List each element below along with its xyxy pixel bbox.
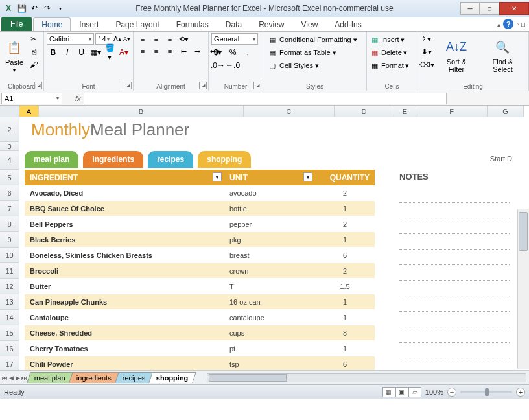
zoom-in-button[interactable]: +	[516, 388, 525, 397]
format-cell-button[interactable]: ▦Format ▾	[370, 59, 414, 72]
currency-icon[interactable]: $▾	[211, 46, 224, 59]
horizontal-scrollbar[interactable]	[207, 373, 527, 382]
align-right-icon[interactable]: ≡	[163, 45, 176, 57]
cell-unit[interactable]: T	[224, 283, 315, 290]
cell-styles-button[interactable]: ▢Cell Styles ▾	[266, 59, 364, 72]
table-row[interactable]: Avocado, Dicedavocado2	[25, 185, 375, 201]
fill-color-icon[interactable]: 🪣▾	[103, 46, 116, 59]
view-layout-icon[interactable]: ▣	[395, 387, 408, 397]
formulas-tab[interactable]: Formulas	[168, 18, 217, 31]
row-5[interactable]: 5	[0, 170, 19, 185]
col-F[interactable]: F	[416, 106, 488, 117]
cell-unit[interactable]: cantaloupe	[224, 314, 315, 321]
row-10[interactable]: 10	[0, 248, 19, 263]
format-painter-icon[interactable]: 🖌	[27, 59, 40, 71]
maximize-button[interactable]: □	[480, 2, 499, 15]
number-format-combo[interactable]: General▾	[211, 33, 258, 45]
col-A[interactable]: A	[19, 106, 39, 117]
cell-ingredient[interactable]: Broccoli	[25, 267, 224, 275]
row-8[interactable]: 8	[0, 216, 19, 232]
table-row[interactable]: Black Berriespkg1	[25, 232, 375, 248]
number-launcher[interactable]: ◢	[253, 82, 261, 89]
align-left-icon[interactable]: ≡	[136, 45, 149, 57]
save-icon[interactable]: 💾	[16, 3, 27, 14]
cell-ingredient[interactable]: Butter	[25, 283, 224, 290]
pill-ingredients[interactable]: ingredients	[83, 151, 143, 168]
cell-ingredient[interactable]: BBQ Sauce Of Choice	[25, 205, 224, 213]
pill-recipes[interactable]: recipes	[148, 151, 193, 168]
table-row[interactable]: Can Pineapple Chunks16 oz can1	[25, 294, 375, 310]
table-row[interactable]: Cantaloupecantaloupe1	[25, 310, 375, 325]
row-16[interactable]: 16	[0, 341, 19, 356]
border-icon[interactable]: ▦▾	[89, 46, 102, 59]
redo-icon[interactable]: ↷	[41, 3, 53, 14]
table-row[interactable]: Broccolicrown2	[25, 263, 375, 279]
zoom-out-button[interactable]: −	[447, 388, 456, 397]
name-box[interactable]: A1▾	[1, 93, 62, 104]
align-middle-icon[interactable]: ≡	[150, 33, 163, 45]
table-row[interactable]: Cherry Tomatoespt1	[25, 341, 375, 356]
cell-ingredient[interactable]: Cherry Tomatoes	[25, 345, 224, 353]
cell-ingredient[interactable]: Black Berries	[25, 236, 224, 244]
cell-ingredient[interactable]: Bell Peppers	[25, 220, 224, 228]
find-select-button[interactable]: 🔍 Find & Select	[480, 33, 526, 78]
sheet-tab-rec[interactable]: recipes	[115, 372, 153, 383]
cell-ingredient[interactable]: Cheese, Shredded	[25, 329, 224, 337]
vscroll-thumb[interactable]	[519, 212, 528, 251]
cell-unit[interactable]: pepper	[224, 220, 315, 228]
ribbon-opts2-icon[interactable]: □	[521, 21, 525, 28]
vertical-scrollbar[interactable]	[517, 209, 529, 369]
help-icon[interactable]: ?	[503, 19, 513, 29]
select-all-corner[interactable]	[0, 106, 19, 117]
table-row[interactable]: BBQ Sauce Of Choicebottle1	[25, 201, 375, 216]
file-tab[interactable]: File	[1, 17, 32, 31]
percent-icon[interactable]: %	[226, 46, 239, 59]
zoom-slider[interactable]	[460, 391, 512, 393]
cell-quantity[interactable]: 2	[315, 267, 375, 275]
cell-quantity[interactable]: 1	[315, 314, 375, 321]
autosum-icon[interactable]: Σ▾	[420, 33, 433, 45]
sheet-tab-shop[interactable]: shopping	[148, 372, 196, 383]
cell-ingredient[interactable]: Avocado, Diced	[25, 189, 224, 197]
cell-ingredient[interactable]: Can Pineapple Chunks	[25, 298, 224, 306]
alignment-launcher[interactable]: ◢	[199, 82, 207, 89]
row-9[interactable]: 9	[0, 232, 19, 248]
row-11[interactable]: 11	[0, 263, 19, 279]
cut-icon[interactable]: ✂	[27, 33, 40, 45]
orientation-icon[interactable]: ⟲▾	[177, 33, 190, 45]
pill-shopping[interactable]: shopping	[198, 151, 251, 168]
filter-icon[interactable]: ▾	[303, 172, 312, 181]
cell-unit[interactable]: crown	[224, 267, 315, 275]
cell-quantity[interactable]: 1	[315, 345, 375, 353]
col-C[interactable]: C	[244, 106, 335, 117]
cell-unit[interactable]: tsp	[224, 360, 315, 368]
cell-ingredient[interactable]: Chili Powder	[25, 360, 224, 368]
clear-icon[interactable]: ⌫▾	[420, 59, 433, 71]
review-tab[interactable]: Review	[250, 18, 292, 31]
sheet-content[interactable]: Monthly Meal Planner meal plan ingredien…	[19, 117, 512, 384]
minimize-ribbon-icon[interactable]: ▴	[497, 21, 500, 28]
table-row[interactable]: Boneless, Skinless Chicken Breastsbreast…	[25, 248, 375, 263]
shrink-font-icon[interactable]: A▾	[123, 36, 130, 42]
row-6[interactable]: 6	[0, 185, 19, 201]
fill-icon[interactable]: ⬇▾	[420, 46, 433, 58]
cell-quantity[interactable]: 2	[315, 220, 375, 228]
addins-tab[interactable]: Add-Ins	[326, 18, 370, 31]
cell-quantity[interactable]: 6	[315, 251, 375, 259]
pill-meal-plan[interactable]: meal plan	[25, 151, 78, 168]
align-bottom-icon[interactable]: ≡	[163, 33, 176, 45]
sheet-nav-arrows[interactable]: ⏮◀▶⏭	[1, 375, 27, 381]
delete-cell-button[interactable]: ▦Delete ▾	[370, 46, 414, 59]
home-tab[interactable]: Home	[33, 18, 71, 31]
col-G[interactable]: G	[488, 106, 524, 117]
font-launcher[interactable]: ◢	[124, 82, 132, 89]
copy-icon[interactable]: ⎘	[27, 46, 40, 58]
formula-input[interactable]	[84, 93, 447, 104]
header-quantity[interactable]: QUANTITY	[315, 170, 375, 185]
cond-format-button[interactable]: ▦Conditional Formatting ▾	[266, 33, 364, 46]
insert-tab[interactable]: Insert	[71, 18, 107, 31]
table-row[interactable]: Bell Pepperspepper2	[25, 216, 375, 232]
font-name-combo[interactable]: Calibri▾	[47, 33, 94, 45]
cell-quantity[interactable]: 2	[315, 189, 375, 197]
font-color-icon[interactable]: A▾	[117, 46, 130, 59]
